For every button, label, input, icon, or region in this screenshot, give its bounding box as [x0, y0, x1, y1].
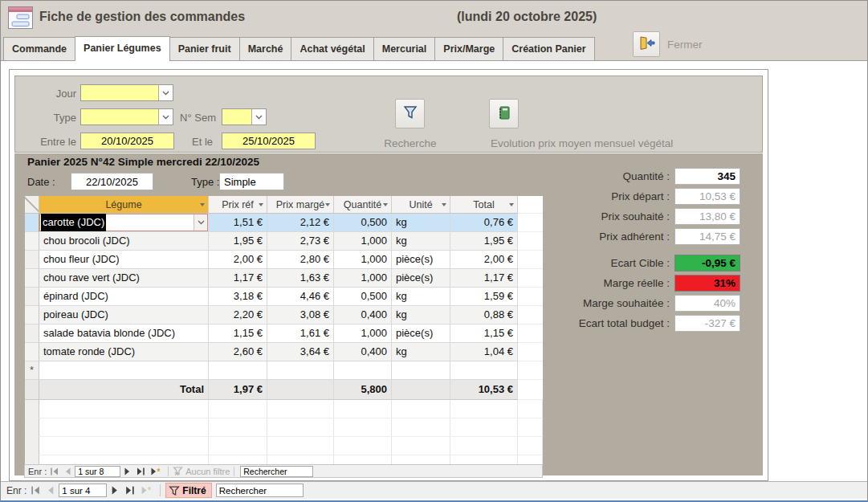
sort-dropdown-icon[interactable]: [383, 203, 388, 206]
empty-cell[interactable]: [267, 361, 334, 380]
sort-dropdown-icon[interactable]: [509, 203, 514, 206]
sort-dropdown-icon[interactable]: [259, 203, 263, 206]
cell-quantit-[interactable]: 0,500: [334, 214, 392, 232]
stat-value-quantit[interactable]: 345: [674, 168, 740, 185]
tab-commande[interactable]: Commande: [3, 37, 75, 60]
next-record-button[interactable]: [122, 467, 132, 475]
cell-unit-[interactable]: pièce(s): [392, 324, 450, 343]
semaine-combobox[interactable]: [222, 108, 267, 125]
cell-unit-[interactable]: kg: [392, 288, 450, 306]
evolution-button[interactable]: [489, 99, 519, 129]
tab-march-[interactable]: Marché: [239, 37, 292, 60]
date-debut-field[interactable]: [80, 133, 174, 149]
row-selector[interactable]: [25, 343, 39, 361]
cell-l-gume[interactable]: chou rave vert (JDC): [39, 269, 209, 288]
cell-quantit-[interactable]: 1,000: [334, 324, 392, 343]
new-record-button[interactable]: *: [149, 467, 164, 475]
cell-prix-marg-[interactable]: 4,46 €: [267, 288, 334, 306]
cell-unit-[interactable]: kg: [392, 214, 450, 232]
empty-cell[interactable]: [334, 361, 392, 380]
stat-value-prix-d-part[interactable]: 10,53 €: [674, 188, 740, 205]
filtered-indicator[interactable]: Filtré: [165, 483, 211, 498]
cell-prix-marg-[interactable]: 3,08 €: [267, 306, 334, 324]
cell-l-gume[interactable]: salade batavia blonde (JDC): [39, 324, 209, 343]
chevron-down-icon[interactable]: [158, 109, 173, 124]
cell-l-gume[interactable]: chou fleur (JDC): [39, 251, 209, 269]
recherche-button[interactable]: [395, 99, 425, 129]
cell-total[interactable]: 1,04 €: [450, 343, 518, 361]
cell-quantit-[interactable]: 1,000: [334, 269, 392, 288]
stat-value-marge-souhait-e[interactable]: 40%: [674, 295, 740, 312]
record-position[interactable]: [59, 484, 107, 497]
cell-prix-r-f[interactable]: 1,95 €: [209, 232, 267, 251]
stat-value-ecart-cible[interactable]: -0,95 €: [674, 255, 740, 271]
date-panier-field[interactable]: [71, 173, 153, 190]
date-fin-field[interactable]: [222, 133, 316, 149]
cell-prix-marg-[interactable]: 2,12 €: [267, 214, 334, 232]
cell-l-gume[interactable]: chou brocoli (JDC): [39, 232, 209, 251]
cell-unit-[interactable]: kg: [392, 343, 450, 361]
cell-prix-r-f[interactable]: 1,51 €: [209, 214, 267, 232]
sort-dropdown-icon[interactable]: [442, 203, 446, 206]
sort-dropdown-icon[interactable]: [325, 203, 330, 206]
cell-l-gume[interactable]: carotte (JDC): [39, 214, 209, 232]
tab-panier-l-gumes[interactable]: Panier Légumes: [75, 36, 170, 61]
row-selector[interactable]: [25, 306, 39, 324]
cell-quantit-[interactable]: 0,400: [334, 343, 392, 361]
cell-quantit-[interactable]: 1,000: [334, 232, 392, 251]
tab-panier-fruit[interactable]: Panier fruit: [169, 37, 240, 60]
first-record-button[interactable]: [48, 467, 61, 475]
row-selector[interactable]: [25, 214, 39, 232]
row-selector[interactable]: [25, 324, 39, 343]
cell-prix-r-f[interactable]: 2,60 €: [209, 343, 267, 361]
cell-unit-[interactable]: kg: [392, 232, 450, 251]
new-record-button[interactable]: *: [139, 486, 155, 495]
first-record-button[interactable]: [29, 486, 43, 495]
column-header-unit-[interactable]: Unité: [392, 196, 450, 214]
fermer-button[interactable]: [633, 31, 660, 57]
subform-search-input[interactable]: [240, 466, 313, 477]
chevron-down-icon[interactable]: [158, 85, 173, 100]
main-search-input[interactable]: [216, 484, 304, 497]
cell-prix-marg-[interactable]: 2,80 €: [267, 251, 334, 269]
row-selector[interactable]: [25, 288, 39, 306]
cell-prix-marg-[interactable]: 1,61 €: [267, 324, 334, 343]
column-header-quantit-[interactable]: Quantité: [334, 196, 392, 214]
legume-combo-editor[interactable]: carotte (JDC): [39, 214, 208, 231]
new-record-selector[interactable]: *: [25, 361, 39, 380]
cell-prix-r-f[interactable]: 2,20 €: [209, 306, 267, 324]
select-all-corner[interactable]: [25, 196, 39, 214]
cell-prix-r-f[interactable]: 1,15 €: [209, 324, 267, 343]
stat-value-prix-souhait[interactable]: 13,80 €: [674, 208, 740, 225]
column-header-prix-marg-[interactable]: Prix margé: [267, 196, 334, 214]
row-selector[interactable]: [25, 232, 39, 251]
cell-quantit-[interactable]: 1,000: [334, 251, 392, 269]
cell-prix-r-f[interactable]: 2,00 €: [209, 251, 267, 269]
empty-cell[interactable]: [209, 361, 267, 380]
chevron-down-icon[interactable]: [194, 214, 207, 231]
cell-unit-[interactable]: pièce(s): [392, 251, 450, 269]
cell-unit-[interactable]: pièce(s): [392, 269, 450, 288]
prev-record-button[interactable]: [45, 486, 56, 495]
cell-prix-marg-[interactable]: 2,73 €: [267, 232, 334, 251]
type-combobox[interactable]: [80, 108, 173, 125]
stat-value-marge-r-elle[interactable]: 31%: [674, 275, 740, 292]
cell-prix-marg-[interactable]: 1,63 €: [267, 269, 334, 288]
new-record-row[interactable]: *: [25, 361, 543, 380]
column-header-prix-r-f[interactable]: Prix réf: [209, 196, 267, 214]
record-position[interactable]: [75, 466, 120, 477]
type-panier-field[interactable]: [219, 173, 284, 190]
column-header-l-gume[interactable]: Légume: [39, 196, 209, 214]
last-record-button[interactable]: [134, 467, 147, 475]
tab-cr-ation-panier[interactable]: Création Panier: [503, 37, 594, 60]
cell-l-gume[interactable]: tomate ronde (JDC): [39, 343, 209, 361]
tab-achat-v-g-tal[interactable]: Achat végétal: [291, 37, 373, 60]
last-record-button[interactable]: [123, 486, 137, 495]
cell-unit-[interactable]: kg: [392, 306, 450, 324]
cell-l-gume[interactable]: épinard (JDC): [39, 288, 209, 306]
tab-mercurial[interactable]: Mercurial: [373, 37, 436, 60]
next-record-button[interactable]: [109, 486, 120, 495]
no-filter-indicator[interactable]: Aucun filtre: [173, 467, 230, 476]
tab-prix-marge[interactable]: Prix/Marge: [434, 37, 503, 60]
cell-l-gume[interactable]: poireau (JDC): [39, 306, 209, 324]
